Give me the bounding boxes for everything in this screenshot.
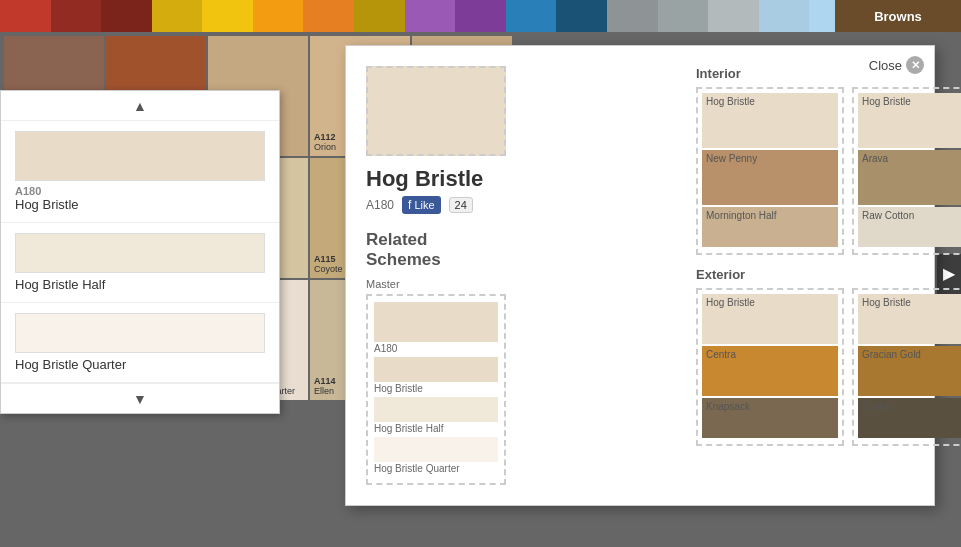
exterior-columns-swatch-0-0: Hog Bristle bbox=[702, 294, 838, 344]
top-swatch-3[interactable] bbox=[152, 0, 203, 32]
dropdown-item-0[interactable]: A180Hog Bristle bbox=[1, 121, 279, 223]
browns-button[interactable]: Browns bbox=[835, 0, 961, 32]
top-swatch-2[interactable] bbox=[101, 0, 152, 32]
top-swatch-12[interactable] bbox=[607, 0, 658, 32]
modal-close-button[interactable]: Close ✕ bbox=[869, 56, 924, 74]
like-label: Like bbox=[414, 199, 434, 211]
top-swatch-5[interactable] bbox=[253, 0, 304, 32]
related-schemes-title: Related Schemes bbox=[366, 230, 506, 270]
interior-columns-swatch-1-1: Arava bbox=[858, 150, 961, 205]
top-swatch-14[interactable] bbox=[708, 0, 759, 32]
exterior-columns-card-0: Hog BristleCentraKnapsack bbox=[696, 288, 844, 446]
top-swatch-6[interactable] bbox=[303, 0, 354, 32]
color-title: Hog Bristle bbox=[366, 166, 506, 192]
master-swatch-2: Hog Bristle Half bbox=[374, 397, 498, 434]
top-swatch-10[interactable] bbox=[506, 0, 557, 32]
exterior-columns-swatch-0-2: Knapsack bbox=[702, 398, 838, 438]
master-scheme-box: A180Hog BristleHog Bristle HalfHog Brist… bbox=[366, 294, 506, 485]
like-count: 24 bbox=[449, 197, 473, 213]
dropdown-down-arrow[interactable]: ▼ bbox=[1, 383, 279, 413]
interior-columns-swatch-0-2: Mornington Half bbox=[702, 207, 838, 247]
interior-columns-swatch-1-2: Raw Cotton bbox=[858, 207, 961, 247]
modal-color-info: Hog Bristle A180 f Like 24 Related Schem… bbox=[366, 66, 506, 485]
color-code: A180 bbox=[366, 198, 394, 212]
color-code-row: A180 f Like 24 bbox=[366, 196, 506, 214]
dropdown-item-1[interactable]: Hog Bristle Half bbox=[1, 223, 279, 303]
dropdown-item-2[interactable]: Hog Bristle Quarter bbox=[1, 303, 279, 383]
top-swatch-1[interactable] bbox=[51, 0, 102, 32]
master-swatch-1: Hog Bristle bbox=[374, 357, 498, 394]
interior-columns-card-1: Hog BristleAravaRaw Cotton bbox=[852, 87, 961, 255]
top-swatch-8[interactable] bbox=[405, 0, 456, 32]
exterior-columns-swatch-1-0: Hog Bristle bbox=[858, 294, 961, 344]
color-detail-modal: Close ✕ Hog Bristle A180 f Like 24 Relat… bbox=[345, 45, 935, 506]
exterior-columns-swatch-1-1: Gracian Gold bbox=[858, 346, 961, 396]
color-dropdown-panel: ▲ A180Hog BristleHog Bristle HalfHog Bri… bbox=[0, 90, 280, 414]
top-swatch-15[interactable] bbox=[759, 0, 810, 32]
exterior-columns-swatch-1-2: Bunker bbox=[858, 398, 961, 438]
interior-columns-swatch-0-0: Hog Bristle bbox=[702, 93, 838, 148]
interior-columns-swatch-0-1: New Penny bbox=[702, 150, 838, 205]
dropdown-up-arrow[interactable]: ▲ bbox=[1, 91, 279, 121]
main-color-swatch bbox=[366, 66, 506, 156]
exterior-columns-swatch-0-1: Centra bbox=[702, 346, 838, 396]
top-swatch-4[interactable] bbox=[202, 0, 253, 32]
modal-schemes-right: Interior Hog BristleNew PennyMornington … bbox=[696, 66, 961, 485]
close-icon: ✕ bbox=[906, 56, 924, 74]
master-swatch-0: A180 bbox=[374, 302, 498, 354]
related-schemes-section: Related Schemes Master A180Hog BristleHo… bbox=[366, 230, 506, 485]
interior-columns-swatch-1-0: Hog Bristle bbox=[858, 93, 961, 148]
exterior-columns: Hog BristleCentraKnapsackHog BristleGrac… bbox=[696, 288, 961, 446]
interior-columns-card-0: Hog BristleNew PennyMornington Half bbox=[696, 87, 844, 255]
top-swatch-7[interactable] bbox=[354, 0, 405, 32]
top-swatch-9[interactable] bbox=[455, 0, 506, 32]
interior-columns: Hog BristleNew PennyMornington HalfHog B… bbox=[696, 87, 961, 255]
exterior-columns-card-1: Hog BristleGracian GoldBunker bbox=[852, 288, 961, 446]
master-label: Master bbox=[366, 278, 506, 290]
top-color-bar bbox=[0, 0, 961, 32]
top-swatch-13[interactable] bbox=[658, 0, 709, 32]
facebook-like-button[interactable]: f Like bbox=[402, 196, 441, 214]
master-swatch-3: Hog Bristle Quarter bbox=[374, 437, 498, 474]
top-swatch-0[interactable] bbox=[0, 0, 51, 32]
exterior-label: Exterior bbox=[696, 267, 961, 282]
top-swatch-11[interactable] bbox=[556, 0, 607, 32]
close-label: Close bbox=[869, 58, 902, 73]
